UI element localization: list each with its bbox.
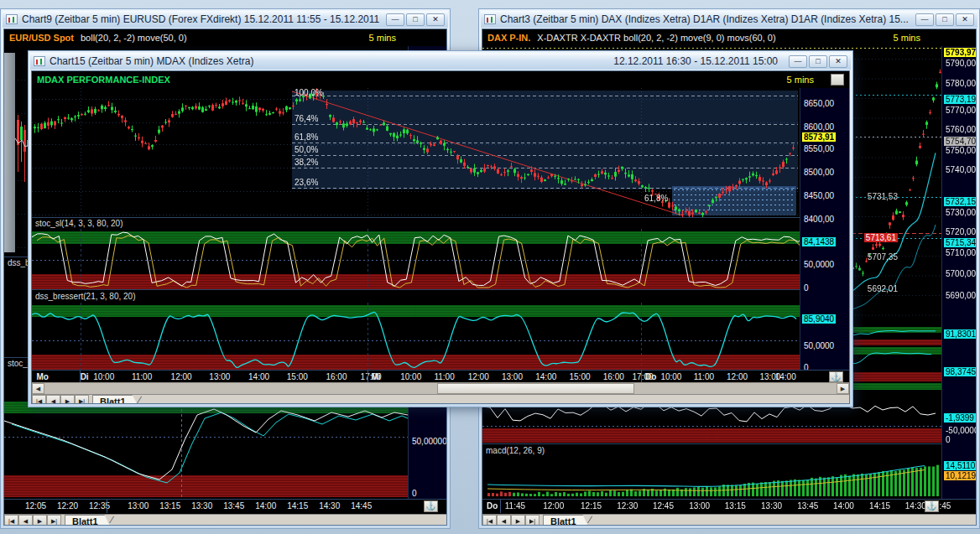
- time-label: 11:00: [434, 372, 454, 381]
- last-sheet-button[interactable]: ▶|: [525, 515, 540, 526]
- price-label: 5773,19: [944, 95, 977, 104]
- close-button[interactable]: ✕: [956, 13, 974, 26]
- chart9-titlebar[interactable]: Chart9 (Zeitbar 5 min) EURUSD (Forex FXd…: [3, 11, 448, 28]
- time-label: 14:00: [775, 372, 796, 381]
- price-label: 5740,00: [944, 165, 977, 174]
- time-label: 14:00: [248, 372, 269, 381]
- time-label: 14:15: [869, 501, 890, 511]
- price-label: 0: [410, 489, 419, 498]
- close-button[interactable]: ✕: [829, 55, 847, 68]
- axis-day-separator: [80, 371, 81, 382]
- price-label: 91,8301: [944, 329, 977, 339]
- chart-window-icon: [484, 14, 496, 24]
- time-label: Do: [487, 501, 498, 511]
- chart9-title: Chart9 (Zeitbar 5 min) EURUSD (Forex FXd…: [22, 13, 382, 25]
- time-label: 10:00: [660, 372, 681, 381]
- first-sheet-button[interactable]: |◀: [482, 515, 497, 526]
- symbol-label: MDAX PERFORMANCE-INDEX: [37, 75, 170, 85]
- chart-window-icon: [6, 14, 18, 24]
- restore-button[interactable]: □: [406, 13, 425, 26]
- time-label: 14:00: [535, 372, 556, 381]
- time-label: 14:15: [287, 501, 308, 511]
- price-label: 10,1219: [944, 471, 977, 480]
- chart3-price-scale[interactable]: 5793,975790,005780,005773,195770,005760,…: [941, 46, 977, 499]
- axis-day-separator: [641, 371, 642, 382]
- minimize-button[interactable]: —: [915, 13, 934, 26]
- sheet-tab[interactable]: Blatt1: [65, 515, 111, 526]
- price-label: 85,9040: [802, 314, 836, 324]
- prev-sheet-button[interactable]: ◀: [18, 515, 33, 526]
- price-label: 50,0000: [802, 260, 836, 269]
- time-label: 13:45: [223, 501, 244, 511]
- indicator-label-dss: dss_bressert(21, 3, 80, 20): [32, 289, 849, 303]
- chart9-info-bar: EUR/USD Spot boll(20, 2, -2) move(50, 0)…: [4, 29, 446, 46]
- next-sheet-button[interactable]: ▶: [33, 515, 47, 526]
- chart15-titlebar[interactable]: Chart15 (Zeitbar 5 min) MDAX (Indizes Xe…: [30, 53, 851, 70]
- scroll-left-button[interactable]: ◀: [32, 383, 44, 394]
- time-label: 13:00: [209, 372, 230, 381]
- price-label: 5754,70: [944, 137, 977, 146]
- time-label: Do: [645, 372, 656, 381]
- first-sheet-button[interactable]: |◀: [4, 515, 18, 526]
- time-label: Mo: [36, 372, 48, 381]
- time-label: 12:00: [171, 372, 192, 381]
- time-label: 13:00: [128, 501, 149, 511]
- chart3-titlebar[interactable]: Chart3 (Zeitbar 5 min) DAX (Indizes Xetr…: [481, 11, 977, 28]
- time-label: 15:00: [287, 372, 308, 381]
- chart15-price-scale[interactable]: 8650,008600,008573,918550,008500,008450,…: [800, 88, 850, 370]
- anchor-icon[interactable]: ⚓: [925, 500, 939, 512]
- minimize-button[interactable]: —: [386, 13, 404, 26]
- mdax-price-chart[interactable]: [32, 88, 800, 217]
- price-label: 8573,91: [802, 132, 836, 142]
- date-range-label: 12.12.2011 16:30 - 15.12.2011 15:00: [613, 55, 785, 67]
- tab-slash-decoration: ∕: [111, 515, 113, 526]
- time-label: Mi: [371, 372, 380, 381]
- next-sheet-button[interactable]: ▶: [511, 515, 525, 526]
- chart15-title: Chart15 (Zeitbar 5 min) MDAX (Indizes Xe…: [50, 55, 253, 67]
- time-label: 12:20: [57, 501, 78, 511]
- minimize-button[interactable]: —: [789, 55, 807, 68]
- anchor-icon[interactable]: ⚓: [424, 500, 438, 512]
- time-label: 11:45: [505, 501, 525, 511]
- price-label: 5750,00: [944, 146, 977, 155]
- price-label: 50,0000: [802, 341, 836, 350]
- time-label: 12:45: [653, 501, 674, 511]
- restore-button[interactable]: □: [936, 13, 954, 26]
- scrollbar-thumb[interactable]: [437, 383, 634, 394]
- time-label: 12:15: [581, 501, 602, 511]
- price-label: 5793,97: [944, 48, 977, 57]
- next-sheet-button[interactable]: ▶: [60, 395, 75, 404]
- time-label: 14:30: [319, 501, 340, 511]
- dax-macd-chart[interactable]: [482, 458, 941, 497]
- prev-sheet-button[interactable]: ◀: [497, 515, 511, 526]
- first-sheet-button[interactable]: |◀: [32, 395, 46, 404]
- time-label: 13:30: [191, 501, 212, 511]
- mdax-stochastic-chart[interactable]: [32, 229, 800, 289]
- mdax-dss-chart[interactable]: [32, 303, 800, 370]
- scroll-right-button[interactable]: ▶: [837, 383, 849, 394]
- tab-slash-decoration: ∕: [138, 395, 141, 404]
- last-sheet-button[interactable]: ▶|: [75, 395, 89, 404]
- vertical-scrollbar-button[interactable]: [831, 74, 844, 86]
- price-label: 5760,00: [944, 125, 977, 134]
- price-label: 5715,34: [944, 238, 977, 247]
- last-sheet-button[interactable]: ▶|: [47, 515, 61, 526]
- price-label: 8600,00: [802, 122, 836, 132]
- axis-day-separator: [368, 371, 368, 382]
- anchor-icon[interactable]: ⚓: [829, 371, 843, 382]
- prev-sheet-button[interactable]: ◀: [46, 395, 60, 404]
- time-label: 12:00: [468, 372, 489, 381]
- time-label: 14:00: [255, 501, 276, 511]
- close-button[interactable]: ✕: [426, 13, 445, 26]
- sheet-tab[interactable]: Blatt1: [543, 515, 589, 526]
- tab-nav-buttons: |◀◀▶▶|: [482, 515, 540, 526]
- horizontal-scrollbar[interactable]: ◀ ▶: [32, 382, 849, 394]
- tab-slash-decoration: ∕: [589, 515, 592, 526]
- price-label: -50,0000: [944, 426, 977, 435]
- chart15-time-axis: MoDi10:0011:0012:0013:0014:0015:0016:001…: [32, 370, 849, 382]
- restore-button[interactable]: □: [809, 55, 827, 68]
- scrollbar-track[interactable]: [44, 383, 837, 394]
- tab-nav-buttons: |◀◀▶▶|: [4, 515, 61, 526]
- time-label: 13:30: [761, 501, 782, 511]
- sheet-tab[interactable]: Blatt1: [92, 395, 138, 404]
